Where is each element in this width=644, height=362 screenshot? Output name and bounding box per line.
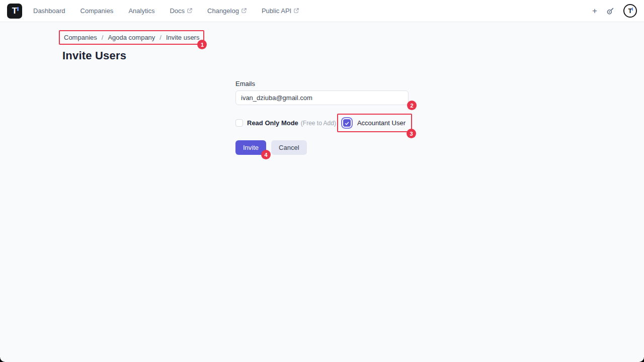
external-link-icon xyxy=(187,7,192,15)
emails-label: Emails xyxy=(235,80,409,87)
app-logo-letter: T xyxy=(12,6,17,16)
breadcrumb-item-invite-users[interactable]: Invite users xyxy=(166,34,199,41)
annotation-badge-3: 3 xyxy=(407,129,416,138)
breadcrumb-separator: / xyxy=(159,34,162,41)
external-link-icon xyxy=(294,7,299,15)
nav-item-label: Public API xyxy=(262,7,291,15)
annotation-badge-2: 2 xyxy=(407,101,417,110)
app-logo[interactable]: T xyxy=(7,4,22,19)
app-window: T Dashboard Companies Analytics Docs Cha… xyxy=(0,0,644,362)
nav-item-label: Docs xyxy=(170,7,185,15)
breadcrumb: Companies / Agoda company / Invite users xyxy=(64,34,199,41)
top-navbar: T Dashboard Companies Analytics Docs Cha… xyxy=(0,0,644,22)
role-options-row: Read Only Mode (Free to Add) Accountant … xyxy=(235,114,409,132)
read-only-mode-hint: (Free to Add) xyxy=(301,120,336,127)
annotation-badge-1: 1 xyxy=(197,40,207,49)
breadcrumb-item-agoda-company[interactable]: Agoda company xyxy=(108,34,155,41)
main-nav: Dashboard Companies Analytics Docs Chang… xyxy=(33,7,299,15)
nav-item-label: Analytics xyxy=(128,7,154,15)
nav-item-dashboard[interactable]: Dashboard xyxy=(33,7,65,15)
add-icon[interactable]: + xyxy=(592,7,597,15)
breadcrumb-separator: / xyxy=(102,34,104,41)
annotation-badge-4: 4 xyxy=(261,150,271,159)
form-buttons-row: Invite 4 Cancel xyxy=(235,140,409,155)
navbar-actions: + T xyxy=(592,4,637,18)
emails-input-wrap: 2 xyxy=(235,90,409,105)
accountant-user-checkbox[interactable] xyxy=(343,119,351,127)
nav-item-public-api[interactable]: Public API xyxy=(262,7,299,15)
breadcrumb-annotation-box: Companies / Agoda company / Invite users… xyxy=(59,30,204,45)
breadcrumb-item-companies[interactable]: Companies xyxy=(64,34,97,41)
invite-button-wrap: Invite 4 xyxy=(235,140,266,155)
nav-item-label: Dashboard xyxy=(33,7,65,15)
invite-users-form: Emails 2 Read Only Mode (Free to Add) Ac… xyxy=(235,80,409,155)
nav-item-changelog[interactable]: Changelog xyxy=(207,7,247,15)
accountant-user-label[interactable]: Accountant User xyxy=(357,119,406,127)
check-icon xyxy=(345,119,349,128)
cancel-button[interactable]: Cancel xyxy=(271,140,306,155)
nav-item-analytics[interactable]: Analytics xyxy=(128,7,154,15)
page-title: Invite Users xyxy=(62,49,126,62)
nav-item-companies[interactable]: Companies xyxy=(80,7,114,15)
read-only-mode-checkbox[interactable] xyxy=(235,119,243,127)
nav-item-label: Companies xyxy=(80,7,114,15)
accountant-annotation-box: Accountant User 3 xyxy=(337,114,412,132)
emails-input[interactable] xyxy=(235,90,409,105)
avatar-accent-mark xyxy=(632,8,633,11)
account-avatar[interactable]: T xyxy=(623,4,637,18)
nav-item-docs[interactable]: Docs xyxy=(170,7,192,15)
nav-item-label: Changelog xyxy=(207,7,239,15)
search-icon[interactable] xyxy=(606,7,614,15)
logo-accent-mark xyxy=(17,7,19,11)
read-only-mode-label[interactable]: Read Only Mode xyxy=(247,119,298,127)
external-link-icon xyxy=(242,7,247,15)
